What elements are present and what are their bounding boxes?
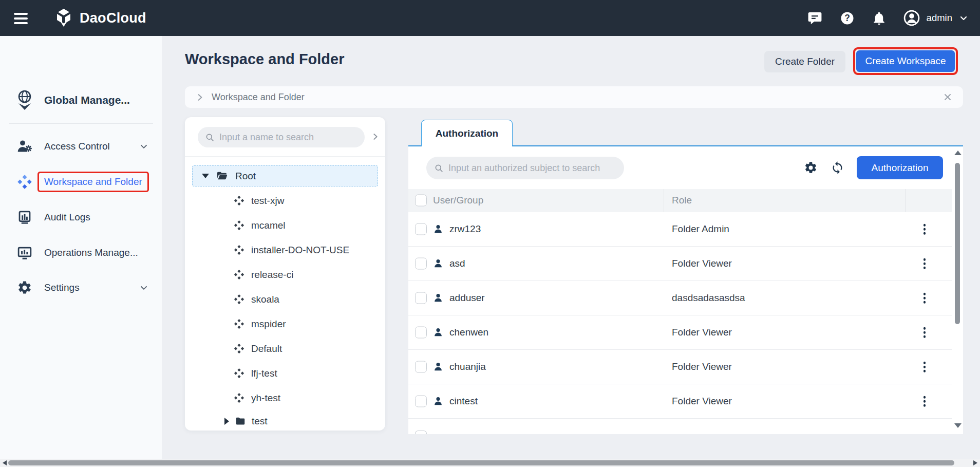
top-navbar: DaoCloud ? — [0, 0, 980, 36]
chat-icon[interactable] — [807, 10, 823, 26]
collapse-panel-chevron-icon[interactable] — [371, 132, 380, 141]
tab-authorization[interactable]: Authorization — [421, 120, 513, 146]
tree-node-workspace[interactable]: release-ci — [192, 264, 378, 285]
row-checkbox[interactable] — [415, 292, 427, 304]
table-header: User/Group Role — [408, 189, 952, 212]
role-cell: Folder Viewer — [672, 258, 732, 269]
tree-node-workspace[interactable]: mcamel — [192, 215, 378, 236]
gear-icon — [14, 280, 35, 295]
create-folder-button[interactable]: Create Folder — [764, 51, 845, 72]
tree-node-label: installer-DO-NOT-USE — [251, 245, 349, 256]
select-all-checkbox[interactable] — [415, 195, 427, 207]
close-icon[interactable] — [943, 92, 953, 102]
row-checkbox[interactable] — [415, 223, 427, 235]
create-workspace-button[interactable]: Create Workspace — [856, 50, 955, 72]
scroll-up-arrow[interactable] — [954, 151, 962, 155]
column-header-role: Role — [672, 195, 692, 206]
row-actions-kebab-icon[interactable] — [919, 222, 930, 237]
search-icon — [434, 163, 444, 173]
role-cell: Folder Viewer — [672, 327, 732, 338]
caret-right-icon[interactable] — [224, 418, 229, 425]
help-icon[interactable]: ? — [839, 10, 855, 26]
user-icon — [432, 223, 444, 235]
chevron-down-icon — [139, 141, 149, 152]
tree-node-root[interactable]: Root — [192, 165, 378, 186]
table-body: zrw123 Folder Admin asd Folder Viewer ad… — [408, 212, 952, 419]
avatar-icon — [903, 9, 920, 27]
table-row: chenwen Folder Viewer — [408, 315, 952, 350]
sidebar-item-operations-management[interactable]: Operations Manage... — [0, 241, 162, 265]
workspace-diamond-icon — [234, 294, 244, 305]
breadcrumb-current: Workspace and Folder — [212, 92, 305, 103]
sidebar-item-label: Settings — [44, 282, 80, 293]
brand: DaoCloud — [53, 0, 146, 36]
tree-node-label: Root — [235, 171, 256, 182]
audit-logs-icon — [14, 210, 35, 225]
user-name: admin — [927, 12, 952, 24]
tree-node-label: test-xjw — [251, 195, 284, 207]
row-checkbox-partial — [415, 431, 427, 434]
page-title: Workspace and Folder — [185, 51, 345, 68]
tree-node-label: yh-test — [251, 393, 280, 404]
chevron-right-icon — [195, 92, 205, 102]
tree-search-input[interactable] — [219, 132, 348, 143]
svg-text:?: ? — [844, 13, 850, 23]
sidebar-item-global-management[interactable]: Global Manage... — [0, 88, 162, 112]
tree-node-workspace[interactable]: installer-DO-NOT-USE — [192, 239, 378, 260]
tree-node-workspace[interactable]: lfj-test — [192, 363, 378, 384]
user-icon — [432, 361, 444, 372]
caret-down-icon[interactable] — [202, 174, 209, 178]
breadcrumb: Workspace and Folder — [185, 86, 963, 108]
sidebar-item-access-control[interactable]: Access Control — [0, 135, 162, 158]
workspace-diamond-icon — [234, 245, 244, 255]
table-settings-gear-icon[interactable] — [804, 161, 818, 175]
tree-node-label: mspider — [251, 319, 286, 330]
row-actions-kebab-icon[interactable] — [919, 325, 930, 340]
row-checkbox[interactable] — [415, 258, 427, 270]
tree-node-workspace[interactable]: test-xjw — [192, 190, 378, 211]
row-actions-kebab-icon[interactable] — [919, 291, 930, 306]
row-checkbox[interactable] — [415, 327, 427, 339]
search-icon — [205, 133, 215, 142]
workspace-diamond-icon — [14, 174, 35, 190]
tree-node-label: release-ci — [251, 269, 293, 281]
row-checkbox[interactable] — [415, 396, 427, 407]
sidebar-item-audit-logs[interactable]: Audit Logs — [0, 206, 162, 229]
row-actions-kebab-icon[interactable] — [919, 256, 930, 271]
horizontal-scrollbar[interactable] — [0, 459, 980, 467]
scroll-left-arrow[interactable] — [3, 460, 7, 465]
sidebar-item-settings[interactable]: Settings — [0, 276, 162, 300]
menu-hamburger-icon[interactable] — [14, 13, 28, 27]
table-row: chuanjia Folder Viewer — [408, 350, 952, 384]
sidebar: Global Manage... Access Con — [0, 36, 162, 467]
brand-name: DaoCloud — [80, 10, 146, 26]
notifications-bell-icon[interactable] — [872, 11, 887, 26]
row-actions-kebab-icon[interactable] — [919, 394, 930, 409]
vertical-scrollbar-thumb[interactable] — [955, 163, 960, 324]
tree-node-folder-test[interactable]: test — [192, 410, 378, 432]
tree-node-workspace[interactable]: Default — [192, 338, 378, 359]
annotation-red-box: Workspace and Folder — [37, 172, 149, 192]
user-icon — [432, 396, 444, 407]
subject-search-input[interactable] — [448, 163, 613, 174]
folder-open-icon — [216, 170, 228, 182]
table-row: adduser dasdsadasasdsa — [408, 281, 952, 315]
sidebar-item-workspace-and-folder[interactable]: Workspace and Folder — [0, 170, 162, 194]
tree-node-workspace[interactable]: mspider — [192, 313, 378, 334]
user-menu[interactable]: admin — [903, 9, 969, 27]
tree-node-workspace[interactable]: skoala — [192, 289, 378, 310]
authorization-button[interactable]: Authorization — [857, 156, 943, 179]
chevron-down-icon — [958, 13, 969, 23]
tree-node-workspace[interactable]: yh-test — [192, 387, 378, 408]
refresh-icon[interactable] — [831, 161, 844, 175]
row-checkbox[interactable] — [415, 361, 427, 373]
scroll-down-arrow[interactable] — [954, 423, 962, 428]
horizontal-scrollbar-thumb[interactable] — [8, 460, 954, 465]
vertical-scrollbar[interactable] — [953, 150, 962, 432]
authorization-panel: Authorization User/Group Role zrw123 Fol… — [408, 146, 963, 434]
user-name-cell: zrw123 — [449, 223, 481, 235]
scroll-right-arrow[interactable] — [973, 460, 977, 465]
row-actions-kebab-icon[interactable] — [919, 360, 930, 375]
user-icon — [432, 258, 444, 269]
user-icon — [432, 327, 444, 338]
